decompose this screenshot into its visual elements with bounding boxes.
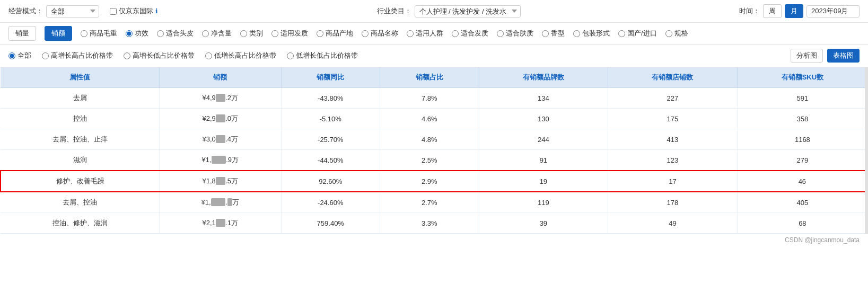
price-band-filter-group: 全部 高增长高占比价格带 高增长低占比价格带 低增长高占比价格带 低增长低占比价… xyxy=(8,51,780,60)
col-header-stores: 有销额店铺数 xyxy=(608,67,738,88)
cell-attr: 去屑、控油、止痒 xyxy=(1,129,160,150)
filter-high-low-radio[interactable] xyxy=(124,52,130,59)
radio-efficacy[interactable] xyxy=(126,30,133,37)
radio-crowd[interactable] xyxy=(407,30,414,37)
operation-mode-select[interactable]: 全部 xyxy=(46,5,99,17)
radio-hair-type[interactable] xyxy=(271,30,278,37)
radio-label-suit-hair[interactable]: 适合发质 xyxy=(452,29,488,38)
radio-label-crowd[interactable]: 适用人群 xyxy=(407,29,443,38)
attribute-radio-group: 商品毛重 功效 适合头皮 净含量 类别 适用发质 商品产地 商品名称 xyxy=(81,29,688,38)
cell-sales: ¥2,9██.0万 xyxy=(160,109,281,129)
radio-domestic-import[interactable] xyxy=(618,30,625,37)
jd-international-checkbox-label[interactable]: 仅京东国际 ℹ xyxy=(110,6,158,16)
radio-packaging[interactable] xyxy=(573,30,580,37)
cell-yoy: 759.40% xyxy=(281,213,380,234)
cell-brands: 19 xyxy=(479,171,608,192)
radio-label-hair-type[interactable]: 适用发质 xyxy=(271,29,308,38)
table-row: 去屑 ¥4,9██.2万 -43.80% 7.8% 134 227 591 xyxy=(1,88,867,109)
radio-label-net-content[interactable]: 净含量 xyxy=(202,29,232,38)
filter-bar: 全部 高增长高占比价格带 高增长低占比价格带 低增长高占比价格带 低增长低占比价… xyxy=(0,45,868,67)
footer-bar: CSDN @jingcanmou_data xyxy=(0,234,868,246)
radio-fragrance[interactable] xyxy=(542,30,549,37)
cell-yoy: -25.70% xyxy=(281,129,380,150)
radio-label-suit-skin[interactable]: 适合肤质 xyxy=(497,29,533,38)
industry-group: 行业类目： 个人护理 / 洗发护发 / 洗发水 xyxy=(377,5,521,17)
cell-stores: 17 xyxy=(608,171,738,192)
cell-skus: 405 xyxy=(737,192,867,213)
radio-label-gross-weight[interactable]: 商品毛重 xyxy=(81,29,117,38)
radio-label-scalp[interactable]: 适合头皮 xyxy=(157,29,194,38)
filter-low-low-radio[interactable] xyxy=(287,52,294,59)
col-header-yoy: 销额同比 xyxy=(281,67,380,88)
radio-scalp[interactable] xyxy=(157,30,164,37)
filter-all[interactable]: 全部 xyxy=(8,51,31,60)
cell-skus: 68 xyxy=(737,213,867,234)
jd-international-label: 仅京东国际 xyxy=(119,6,153,16)
month-button[interactable]: 月 xyxy=(785,4,803,18)
radio-label-domestic-import[interactable]: 国产/进口 xyxy=(618,29,657,38)
table-row: 控油 ¥2,9██.0万 -5.10% 4.6% 130 175 358 xyxy=(1,109,867,129)
table-chart-button[interactable]: 表格图 xyxy=(827,49,860,63)
jd-international-checkbox[interactable] xyxy=(110,8,117,15)
time-label: 时间： xyxy=(739,6,760,16)
week-button[interactable]: 周 xyxy=(763,4,782,18)
cell-attr: 去屑 xyxy=(1,88,160,109)
cell-brands: 91 xyxy=(479,150,608,171)
cell-sales: ¥1,███.9万 xyxy=(160,150,281,171)
cell-sales: ¥2,1██.1万 xyxy=(160,213,281,234)
operation-mode-group: 经营模式： 全部 xyxy=(8,5,99,17)
radio-label-efficacy[interactable]: 功效 xyxy=(126,29,148,38)
col-header-share: 销额占比 xyxy=(380,67,479,88)
radio-label-origin[interactable]: 商品产地 xyxy=(317,29,353,38)
radio-label-category[interactable]: 类别 xyxy=(240,29,263,38)
radio-suit-hair[interactable] xyxy=(452,30,459,37)
filter-low-high-radio[interactable] xyxy=(205,52,212,59)
radio-name[interactable] xyxy=(362,30,369,37)
cell-yoy: -5.10% xyxy=(281,109,380,129)
filter-low-low[interactable]: 低增长低占比价格带 xyxy=(287,51,358,60)
time-group: 时间： 周 月 xyxy=(739,4,860,18)
operation-mode-label: 经营模式： xyxy=(8,6,43,16)
table-row: 控油、修护、滋润 ¥2,1██.1万 759.40% 3.3% 39 49 68 xyxy=(1,213,867,234)
sales-volume-tab[interactable]: 销量 xyxy=(8,26,36,41)
filter-high-high[interactable]: 高增长高占比价格带 xyxy=(42,51,113,60)
radio-origin[interactable] xyxy=(317,30,323,37)
table-row: 滋润 ¥1,███.9万 -44.50% 2.5% 91 123 279 xyxy=(1,150,867,171)
sales-amount-tab[interactable]: 销额 xyxy=(45,26,72,41)
cell-skus: 279 xyxy=(737,150,867,171)
industry-select[interactable]: 个人护理 / 洗发护发 / 洗发水 xyxy=(415,5,521,17)
scrollbar[interactable] xyxy=(865,67,868,234)
cell-yoy: -43.80% xyxy=(281,88,380,109)
radio-spec[interactable] xyxy=(665,30,672,37)
filter-all-radio[interactable] xyxy=(8,52,15,59)
footer-credit: CSDN @jingcanmou_data xyxy=(785,236,860,244)
cell-brands: 134 xyxy=(479,88,608,109)
filter-high-low[interactable]: 高增长低占比价格带 xyxy=(124,51,195,60)
cell-share: 4.6% xyxy=(380,109,479,129)
analysis-chart-button[interactable]: 分析图 xyxy=(791,49,823,63)
cell-skus: 46 xyxy=(737,171,867,192)
radio-label-spec[interactable]: 规格 xyxy=(665,29,688,38)
date-input[interactable] xyxy=(806,5,860,17)
radio-net-content[interactable] xyxy=(202,30,209,37)
cell-share: 2.7% xyxy=(380,192,479,213)
table-body: 去屑 ¥4,9██.2万 -43.80% 7.8% 134 227 591 控油… xyxy=(1,88,867,234)
cell-sales: ¥4,9██.2万 xyxy=(160,88,281,109)
cell-share: 2.9% xyxy=(380,171,479,192)
industry-label: 行业类目： xyxy=(377,6,411,16)
radio-gross-weight[interactable] xyxy=(81,30,87,37)
col-header-skus: 有销额SKU数 xyxy=(737,67,867,88)
radio-label-name[interactable]: 商品名称 xyxy=(362,29,398,38)
cell-brands: 39 xyxy=(479,213,608,234)
data-table-container: 属性值 销额 销额同比 销额占比 有销额品牌数 有销额店铺数 有销额SKU数 去… xyxy=(0,67,868,234)
radio-label-fragrance[interactable]: 香型 xyxy=(542,29,565,38)
filter-low-high[interactable]: 低增长高占比价格带 xyxy=(205,51,276,60)
cell-stores: 123 xyxy=(608,150,738,171)
table-row: 去屑、控油 ¥1,███.█万 -24.60% 2.7% 119 178 405 xyxy=(1,192,867,213)
radio-suit-skin[interactable] xyxy=(497,30,504,37)
radio-category[interactable] xyxy=(240,30,247,37)
col-header-attr: 属性值 xyxy=(1,67,160,88)
filter-high-high-radio[interactable] xyxy=(42,52,49,59)
radio-label-packaging[interactable]: 包装形式 xyxy=(573,29,610,38)
cell-sales: ¥3,0██.4万 xyxy=(160,129,281,150)
